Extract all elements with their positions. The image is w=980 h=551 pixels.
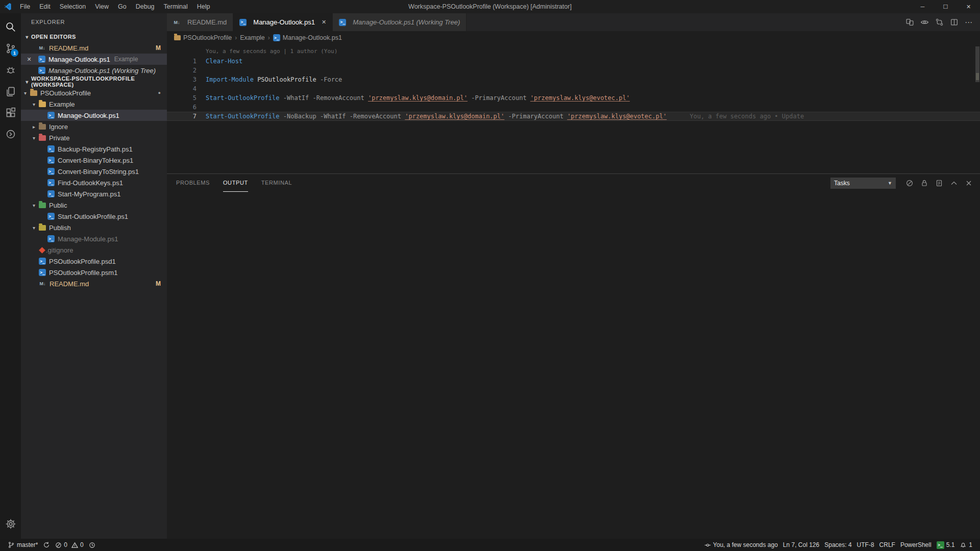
panel-tab-problems[interactable]: PROBLEMS [176,174,210,192]
panel-tab-output[interactable]: OUTPUT [223,174,248,192]
tree-item[interactable]: >_Convert-BinaryToString.ps1 [21,166,167,177]
menu-view[interactable]: View [90,0,113,13]
tree-item[interactable]: >_Start-OutlookProfile.ps1 [21,211,167,222]
panel-tab-terminal[interactable]: TERMINAL [261,174,292,192]
code-token [346,113,350,120]
eol-item[interactable]: CRLF [877,539,898,551]
tree-item[interactable]: >_Manage-Outlook.ps1 [21,110,167,121]
tree-item[interactable]: M↓README.mdM [21,278,167,289]
powershell-session-item[interactable]: >_ 5.1 [934,539,958,551]
notifications-item[interactable]: 1 [957,539,975,551]
code-line[interactable]: 6 [167,103,980,112]
tab-manage-outlook[interactable]: >_ Manage-Outlook.ps1 ✕ [233,13,333,31]
tree-item[interactable]: ▾Example [21,98,167,110]
tree-item[interactable]: >_PSOutlookProfile.psm1 [21,267,167,278]
tree-item[interactable]: >_Backup-RegistryPath.ps1 [21,143,167,155]
output-channel-select[interactable]: Tasks ▼ [830,178,896,189]
tree-item[interactable]: ▾PSOutlookProfile● [21,87,167,98]
indentation-item[interactable]: Spaces: 4 [822,539,854,551]
activity-settings[interactable] [0,513,21,535]
cursor-position-item[interactable]: Ln 7, Col 126 [780,539,822,551]
activity-search[interactable] [0,16,21,38]
code-token: 'przemyslaw.klys@evotec.pl' [567,113,667,120]
tab-close-icon[interactable]: ✕ [322,19,326,26]
powershell-icon: >_ [47,179,55,186]
code-token: Start-OutlookProfile [206,94,280,102]
code-token: -WhatIf [283,94,309,102]
code-line[interactable]: 5Start-OutlookProfile -WhatIf -RemoveAcc… [167,93,980,103]
clear-output-icon[interactable] [905,179,914,187]
code-line[interactable]: 2 [167,66,980,75]
tree-item[interactable]: ▾Publish [21,222,167,233]
open-log-file-icon[interactable] [935,179,943,187]
preview-eye-icon[interactable] [920,18,929,27]
window-maximize-button[interactable]: ☐ [934,0,957,13]
activity-powershell[interactable] [0,123,21,145]
git-branch-item[interactable]: master* [5,539,40,551]
tree-item[interactable]: .gitignore [21,244,167,256]
code-content: Clear-Host [206,57,242,66]
history-item[interactable] [86,539,98,551]
folder-icon [39,124,46,130]
powershell-icon: >_ [47,145,55,153]
tree-item[interactable]: >_Convert-BinaryToHex.ps1 [21,155,167,166]
maximize-panel-icon[interactable] [950,179,958,187]
open-editor-item[interactable]: M↓README.mdM [21,42,167,54]
window-close-button[interactable]: ✕ [957,0,980,13]
close-icon[interactable]: ✕ [25,56,33,63]
code-line[interactable]: 3Import-Module PSOutlookProfile -Force [167,75,980,84]
git-sync-item[interactable] [40,539,53,551]
editor-scrollbar[interactable] [975,44,980,173]
menu-help[interactable]: Help [192,0,215,13]
panel-header: PROBLEMS OUTPUT TERMINAL Tasks ▼ [167,174,980,192]
tree-item[interactable]: ▾Private [21,132,167,143]
breadcrumb-item-file[interactable]: >_ Manage-Outlook.ps1 [273,34,342,41]
output-content[interactable] [167,192,980,539]
activity-debug[interactable] [0,59,21,81]
workspace-header[interactable]: ▾ WORKSPACE-PSOUTLOOKPROFILE (WORKSPACE) [21,76,167,87]
activity-source-control[interactable]: 1 [0,38,21,59]
more-actions-icon[interactable]: ⋯ [965,18,973,27]
codelens-blame[interactable]: You, a few seconds ago | 1 author (You) [167,47,980,56]
open-editor-item[interactable]: ✕>_Manage-Outlook.ps1Example [21,54,167,65]
menu-go[interactable]: Go [113,0,131,13]
code-line[interactable]: 1Clear-Host [167,57,980,66]
activity-explorer[interactable] [0,81,21,102]
tree-item[interactable]: >_Manage-Module.ps1 [21,233,167,244]
tree-item[interactable]: ▾Public [21,199,167,211]
tree-item[interactable]: >_Start-MyProgram.ps1 [21,188,167,199]
encoding-item[interactable]: UTF-8 [854,539,877,551]
activity-extensions[interactable] [0,102,21,123]
line-number: 5 [167,93,197,103]
open-changes-icon[interactable] [905,18,914,27]
tab-readme[interactable]: M↓ README.md [167,13,233,31]
code-line[interactable]: 7Start-OutlookProfile -NoBackup -WhatIf … [167,112,980,121]
git-compare-icon[interactable] [935,18,944,27]
menu-debug[interactable]: Debug [131,0,159,13]
code-editor[interactable]: You, a few seconds ago | 1 author (You) … [167,44,980,173]
tree-item[interactable]: >_PSOutlookProfile.psd1 [21,256,167,267]
tab-manage-outlook-working-tree[interactable]: >_ Manage-Outlook.ps1 (Working Tree) [333,13,467,31]
menu-edit[interactable]: Edit [35,0,55,13]
open-editors-header[interactable]: ▾ OPEN EDITORS [21,31,167,42]
gitlens-blame-item[interactable]: You, a few seconds ago [702,539,780,551]
breadcrumb-item-subfolder[interactable]: Example [240,34,265,41]
open-editor-item[interactable]: >_Manage-Outlook.ps1 (Working Tree) [21,65,167,76]
open-editor-label: README.md [49,44,88,52]
code-line[interactable]: 4 [167,84,980,93]
language-mode-item[interactable]: PowerShell [898,539,934,551]
menu-terminal[interactable]: Terminal [159,0,192,13]
code-token: Start-OutlookProfile [206,113,280,120]
menu-selection[interactable]: Selection [55,0,90,13]
menu-file[interactable]: File [15,0,35,13]
tree-item-label: Find-OutlookKeys.ps1 [58,179,123,187]
close-panel-icon[interactable] [965,179,973,187]
window-minimize-button[interactable]: ─ [911,0,934,13]
scroll-lock-icon[interactable] [920,179,928,187]
tree-item[interactable]: ▸Ignore [21,121,167,132]
split-editor-icon[interactable] [950,18,959,27]
tree-item[interactable]: >_Find-OutlookKeys.ps1 [21,177,167,188]
breadcrumb-item-folder[interactable]: PSOutlookProfile [174,34,232,41]
problems-item[interactable]: 0 0 [53,539,86,551]
tree-item-label: .gitignore [46,246,73,254]
